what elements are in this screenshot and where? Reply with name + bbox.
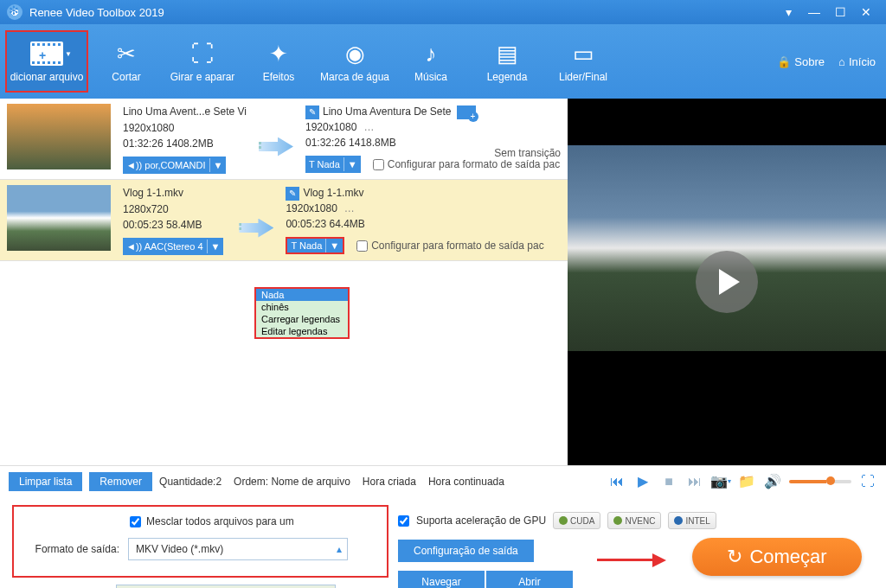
effects-button[interactable]: ✦ Efeitos bbox=[241, 30, 317, 93]
thumbnail bbox=[7, 104, 111, 169]
scissors-icon: ✂ bbox=[109, 40, 144, 67]
app-title: Renee Video Toolbox 2019 bbox=[29, 6, 164, 19]
arrow-annotation bbox=[597, 553, 670, 567]
browse-button[interactable]: Navegar bbox=[398, 571, 485, 588]
watermark-button[interactable]: ◉ Marca de água bbox=[317, 30, 393, 93]
audio-tag[interactable]: ◄)) AAC(Stereo 4▼ bbox=[123, 238, 223, 255]
music-note-icon: ♪ bbox=[414, 40, 448, 67]
crop-icon: ⛶ bbox=[185, 40, 220, 67]
leader-icon: ▭ bbox=[566, 40, 600, 67]
dropdown-option[interactable]: Carregar legendas bbox=[256, 313, 348, 325]
lock-icon: 🔒 bbox=[777, 55, 791, 68]
app-logo-icon bbox=[7, 4, 22, 20]
merge-checkbox[interactable] bbox=[130, 516, 141, 527]
created-link[interactable]: Hora criada bbox=[363, 476, 416, 488]
bottom-panel: Mesclar todos arquivos para um Formato d… bbox=[0, 496, 886, 588]
dropdown-icon[interactable]: ▾ bbox=[775, 5, 801, 19]
more-icon[interactable]: … bbox=[363, 121, 374, 133]
preview-frame bbox=[568, 145, 886, 351]
gpu-checkbox[interactable] bbox=[398, 515, 409, 527]
add-video-icon[interactable] bbox=[457, 105, 476, 119]
leader-button[interactable]: ▭ Lider/Final bbox=[545, 30, 621, 93]
quantity-label: Quantidade:2 bbox=[159, 476, 222, 488]
volume-slider[interactable] bbox=[789, 480, 851, 483]
arrow-icon bbox=[239, 219, 273, 238]
file-row[interactable]: Lino Uma Avent...e Sete Vi 1920x1080 01:… bbox=[0, 99, 568, 180]
edit-icon[interactable]: ✎ bbox=[305, 105, 319, 119]
close-button[interactable]: ✕ bbox=[853, 5, 879, 19]
transition-label: Sem transição bbox=[494, 147, 561, 159]
cuda-badge: CUDA bbox=[553, 512, 600, 529]
refresh-icon: ↻ bbox=[727, 546, 742, 568]
config-checkbox[interactable] bbox=[356, 240, 368, 252]
main-toolbar: +▼ dicionar arquivo ✂ Cortar ⛶ Girar e a… bbox=[0, 24, 886, 99]
gpu-row: Suporta aceleração de GPU CUDA NVENC INT… bbox=[398, 512, 716, 529]
film-add-icon: +▼ bbox=[30, 42, 63, 66]
fullscreen-button[interactable]: ⛶ bbox=[858, 472, 877, 491]
start-button[interactable]: ↻Começar bbox=[692, 538, 862, 576]
subtitle-icon: ▤ bbox=[490, 40, 524, 67]
output-path-combo[interactable]: C:\Users\MO\Desktop\▾ bbox=[116, 585, 336, 588]
list-controls: Limpar lista Remover Quantidade:2 Ordem:… bbox=[0, 465, 886, 496]
nvenc-badge: NVENC bbox=[607, 512, 661, 529]
format-combo[interactable]: MKV Video (*.mkv)▴ bbox=[128, 538, 348, 560]
arrow-icon bbox=[259, 137, 293, 157]
minimize-button[interactable]: — bbox=[801, 5, 827, 19]
maximize-button[interactable]: ☐ bbox=[827, 5, 853, 19]
subtitle-button[interactable]: ▤ Legenda bbox=[469, 30, 545, 93]
dropdown-option[interactable]: Nada bbox=[256, 289, 348, 301]
open-button[interactable]: Abrir bbox=[486, 571, 573, 588]
next-button[interactable]: ⏭ bbox=[685, 472, 704, 491]
output-config-button[interactable]: Configuração de saída bbox=[398, 540, 534, 562]
config-checkbox[interactable] bbox=[373, 159, 384, 170]
about-link[interactable]: 🔒Sobre bbox=[772, 52, 830, 72]
more-icon[interactable]: … bbox=[344, 202, 355, 214]
file-row[interactable]: Vlog 1-1.mkv 1280x720 00:05:23 58.4MB ◄)… bbox=[0, 180, 568, 261]
watermark-icon: ◉ bbox=[337, 40, 372, 67]
continued-link[interactable]: Hora continuada bbox=[428, 476, 504, 488]
remove-button[interactable]: Remover bbox=[89, 472, 152, 491]
folder-button[interactable]: 📁 bbox=[737, 472, 756, 491]
subtitle-dropdown: Nada chinês Carregar legendas Editar leg… bbox=[254, 287, 350, 339]
output-info: ✎Vlog 1-1.mkv 1920x1080… 00:05:23 64.4MB… bbox=[286, 185, 561, 255]
intel-badge: INTEL bbox=[668, 512, 716, 529]
sparkle-icon: ✦ bbox=[261, 40, 296, 67]
dropdown-option[interactable]: Editar legendas bbox=[256, 325, 348, 337]
play-button[interactable]: ▶ bbox=[633, 472, 652, 491]
file-list: Lino Uma Avent...e Sete Vi 1920x1080 01:… bbox=[0, 99, 568, 465]
main-area: Lino Uma Avent...e Sete Vi 1920x1080 01:… bbox=[0, 99, 886, 465]
subtitle-tag[interactable]: T Nada▼ bbox=[305, 156, 361, 173]
clear-list-button[interactable]: Limpar lista bbox=[9, 472, 82, 491]
snapshot-button[interactable]: 📷▾ bbox=[711, 472, 730, 491]
output-info: ✎Lino Uma Aventura De Sete 1920x1080… 01… bbox=[305, 104, 561, 174]
home-link[interactable]: ⌂Início bbox=[833, 52, 881, 72]
prev-button[interactable]: ⏮ bbox=[607, 472, 626, 491]
rotate-crop-button[interactable]: ⛶ Girar e aparar bbox=[164, 30, 241, 93]
thumbnail bbox=[7, 185, 111, 251]
file-info: Lino Uma Avent...e Sete Vi 1920x1080 01:… bbox=[123, 104, 247, 174]
edit-icon[interactable]: ✎ bbox=[286, 187, 299, 201]
subtitle-tag[interactable]: T Nada▼ bbox=[286, 237, 344, 254]
format-label: Formato de saída: bbox=[24, 543, 119, 555]
volume-icon[interactable]: 🔊 bbox=[763, 472, 782, 491]
file-info: Vlog 1-1.mkv 1280x720 00:05:23 58.4MB ◄)… bbox=[123, 185, 227, 255]
chevron-up-icon: ▴ bbox=[337, 543, 342, 555]
dropdown-option[interactable]: chinês bbox=[256, 301, 348, 313]
home-icon: ⌂ bbox=[838, 55, 845, 68]
audio-tag[interactable]: ◄)) por,COMANDI▼ bbox=[123, 157, 226, 174]
order-link[interactable]: Ordem: Nome de arquivo bbox=[234, 476, 350, 488]
music-button[interactable]: ♪ Música bbox=[393, 30, 469, 93]
output-settings-box: Mesclar todos arquivos para um Formato d… bbox=[12, 505, 388, 578]
stop-button[interactable]: ■ bbox=[659, 472, 678, 491]
play-overlay-button[interactable] bbox=[696, 251, 758, 313]
add-file-button[interactable]: +▼ dicionar arquivo bbox=[5, 30, 88, 93]
title-bar: Renee Video Toolbox 2019 ▾ — ☐ ✕ bbox=[0, 0, 886, 24]
preview-panel bbox=[568, 99, 886, 465]
cut-button[interactable]: ✂ Cortar bbox=[88, 30, 164, 93]
